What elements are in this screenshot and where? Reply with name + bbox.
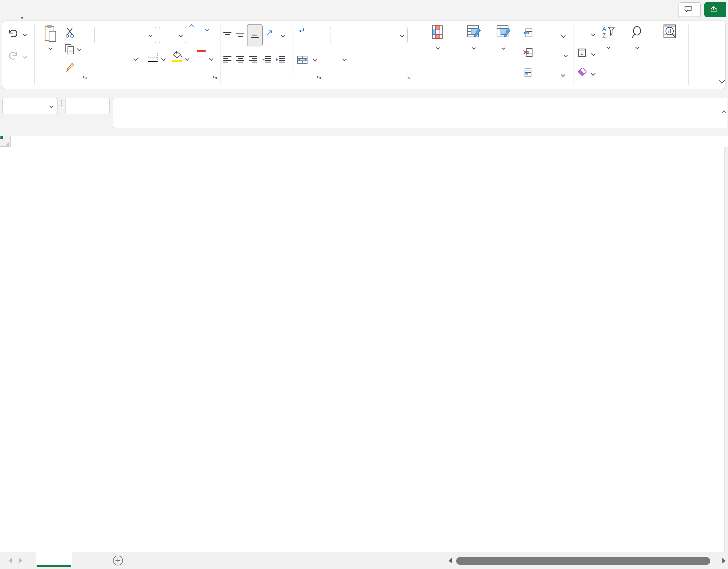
paste-dropdown-chevron[interactable] [48,46,53,50]
currency-format-chevron[interactable] [342,57,347,61]
copy-button[interactable] [65,44,74,55]
menu-insert[interactable] [28,0,40,21]
prev-sheet-arrow[interactable] [9,558,12,563]
clear-chevron[interactable] [591,71,596,76]
font-name-chevron [148,33,153,37]
align-center-button[interactable] [236,56,245,63]
dialog-launcher-icon [317,75,322,80]
font-size-chevron [179,33,183,37]
increase-font-size-button[interactable] [189,29,192,32]
font-color-button[interactable] [197,50,206,52]
formula-input[interactable] [113,98,728,128]
decrease-indent-icon [262,56,272,63]
vertical-scrollbar-strip[interactable] [724,147,728,552]
underline-dropdown-chevron[interactable] [134,56,138,61]
menu-bar [0,0,728,21]
merge-center-button[interactable] [297,56,308,64]
font-color-chevron[interactable] [209,56,213,61]
align-left-icon [223,56,232,63]
format-as-table-button[interactable] [458,25,490,51]
font-dialog-launcher[interactable] [213,75,218,80]
undo-button[interactable] [8,28,19,38]
ribbon: AZ [2,21,726,89]
delete-cells-button[interactable] [523,48,536,57]
merge-center-chevron[interactable] [313,57,317,62]
selection-fill-handle[interactable] [0,136,4,139]
share-button[interactable] [704,2,726,17]
collapse-ribbon-chevron[interactable] [719,78,725,84]
cell-styles-button[interactable] [490,25,517,51]
number-dialog-launcher[interactable] [406,75,411,80]
fill-color-button[interactable] [172,50,182,62]
format-cells-chevron[interactable] [561,72,565,77]
align-right-button[interactable] [249,56,258,63]
name-box[interactable] [2,98,58,114]
decrease-indent-button[interactable] [262,56,272,63]
fill-button[interactable] [577,48,586,57]
sort-filter-button[interactable]: AZ [596,25,621,50]
top-actions [679,2,726,17]
wrap-text-button[interactable] [298,28,305,33]
align-top-button[interactable] [223,32,232,38]
conditional-formatting-label-2 [437,44,439,51]
analyze-data-button[interactable] [656,24,685,43]
align-bottom-button-selected[interactable] [247,24,263,46]
comments-button[interactable] [679,2,701,17]
sheet-tab-analysis[interactable] [36,552,72,567]
menu-review[interactable] [88,0,100,21]
number-format-select[interactable] [330,27,408,43]
menu-file[interactable] [4,0,16,21]
menu-view[interactable] [100,0,112,21]
copy-dropdown-chevron[interactable] [77,47,81,51]
autosum-chevron[interactable] [591,32,596,36]
insert-cells-chevron[interactable] [561,33,566,38]
select-all-triangle-icon [6,142,9,145]
new-sheet-button[interactable] [112,555,124,567]
insert-cells-button[interactable] [523,28,536,37]
clear-eraser-icon [577,67,587,77]
scroll-left-arrow[interactable] [449,558,452,563]
conditional-formatting-button[interactable] [418,25,458,51]
sheet-tab-traces[interactable] [72,552,98,567]
horizontal-scrollbar-thumb[interactable] [456,557,710,565]
alignment-dialog-launcher[interactable] [317,75,322,80]
font-size-select[interactable] [159,27,186,43]
borders-button[interactable] [148,53,158,62]
decrease-font-size-button[interactable] [205,30,208,33]
menu-help[interactable] [112,0,124,21]
fill-color-chevron[interactable] [185,56,189,61]
align-left-button[interactable] [223,56,232,63]
menu-draw[interactable] [40,0,52,21]
orientation-button[interactable] [266,29,273,36]
format-painter-button[interactable] [65,62,74,73]
menu-data[interactable] [76,0,88,21]
comments-icon [684,6,692,14]
menu-formulas[interactable] [64,0,76,21]
fill-color-icon [172,50,182,59]
redo-dropdown-chevron[interactable] [23,54,27,59]
next-sheet-arrow[interactable] [19,558,22,563]
clipboard-dialog-launcher[interactable] [82,75,87,80]
redo-button[interactable] [8,50,19,61]
clear-button[interactable] [577,67,587,77]
align-middle-button[interactable] [236,32,245,38]
paste-button[interactable] [40,25,61,50]
scroll-right-arrow[interactable] [722,558,726,563]
menu-home[interactable] [16,0,28,21]
formula-bar-drag-handle[interactable] [61,100,62,106]
menu-page-layout[interactable] [52,0,64,21]
increase-indent-button[interactable] [276,56,285,63]
delete-cells-chevron[interactable] [563,53,568,57]
undo-dropdown-chevron[interactable] [23,32,27,36]
font-name-select[interactable] [94,27,156,43]
find-select-button[interactable] [624,25,650,50]
dialog-launcher-icon [82,75,87,80]
orientation-chevron[interactable] [281,33,285,38]
cut-button[interactable] [65,27,74,38]
scrollbar-resize-handle[interactable] [440,555,440,565]
cell-styles-label-2 [502,44,505,51]
fill-chevron[interactable] [591,52,596,56]
borders-dropdown-chevron[interactable] [161,56,166,61]
format-cells-button[interactable] [523,67,536,77]
formula-bar-buttons [65,98,110,114]
